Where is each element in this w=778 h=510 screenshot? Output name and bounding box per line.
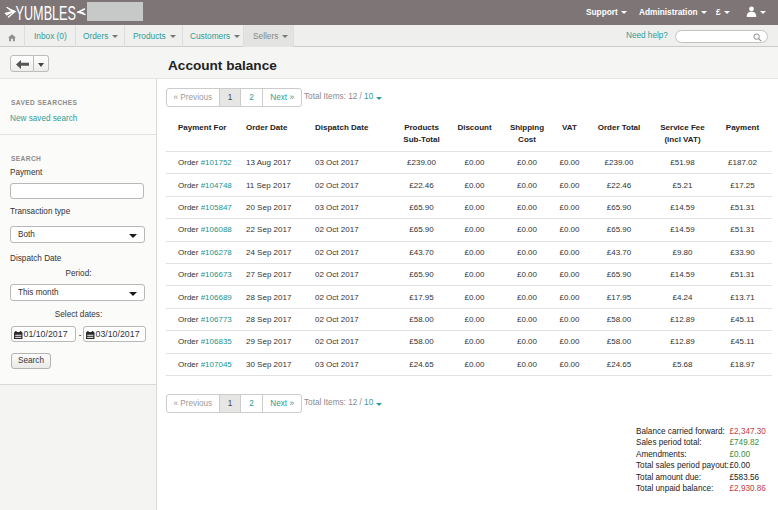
svg-text:YUMBLES: YUMBLES	[16, 1, 77, 24]
